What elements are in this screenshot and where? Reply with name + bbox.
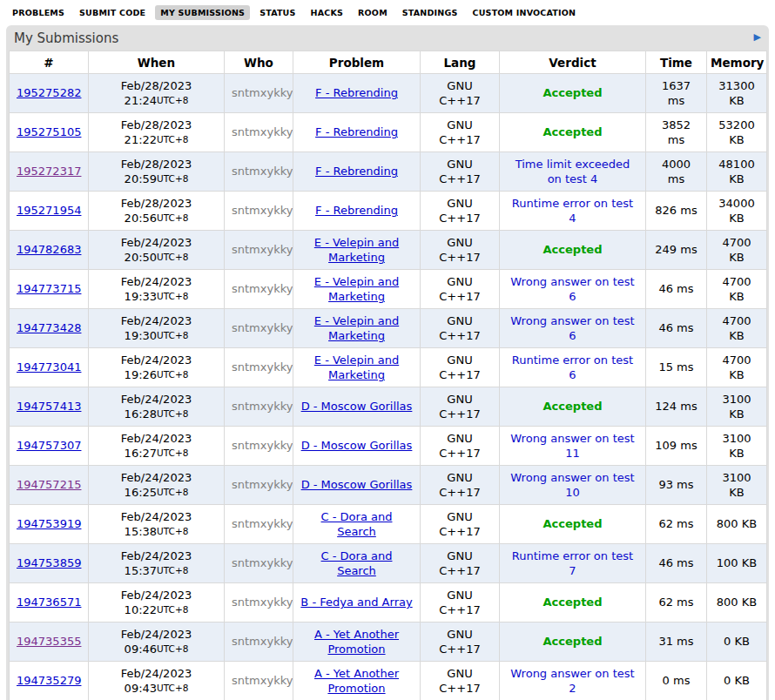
submission-id-link[interactable]: 195272317 [17,165,81,178]
problem-link[interactable]: F - Rebrending [315,86,398,99]
submission-id-link[interactable]: 194735355 [17,635,81,648]
problem-link[interactable]: B - Fedya and Array [300,596,412,609]
cell-problem: C - Dora and Search [293,544,421,583]
submission-id-link[interactable]: 194753919 [17,517,81,530]
submission-time: 09:43UTC+8 [96,681,217,696]
cell-verdict: Accepted [500,113,646,152]
user-handle-link[interactable]: sntmxykky [232,439,293,452]
table-row: 195275282 Feb/28/2023 21:24UTC+8 sntmxyk… [10,74,767,113]
cell-submission-id: 194782683 [10,231,89,270]
submission-id-link[interactable]: 194753859 [17,556,81,569]
submission-id-link[interactable]: 195275282 [17,86,81,99]
submission-id-link[interactable]: 194757215 [17,478,81,491]
cell-lang: GNU C++17 [421,623,500,662]
cell-who: sntmxykky [225,583,293,623]
submission-date: Feb/28/2023 [96,78,217,93]
user-handle-link[interactable]: sntmxykky [232,282,293,295]
submission-id-link[interactable]: 194773041 [17,360,81,374]
submission-id-link[interactable]: 195275105 [17,125,81,138]
user-handle-link[interactable]: sntmxykky [232,243,293,256]
cell-time: 62 ms [646,505,707,544]
cell-time: 31 ms [646,623,707,662]
problem-link[interactable]: C - Dora and Search [321,549,393,577]
problem-link[interactable]: F - Rebrending [315,125,398,138]
problem-link[interactable]: E - Velepin and Marketing [314,353,399,381]
cell-who: sntmxykky [225,662,293,700]
problem-link[interactable]: C - Dora and Search [321,510,393,538]
submission-time: 19:26UTC+8 [96,367,217,382]
cell-verdict: Wrong answer on test 6 [500,309,646,348]
problem-link[interactable]: D - Moscow Gorillas [301,478,413,491]
user-handle-link[interactable]: sntmxykky [232,635,293,648]
collapse-arrow-icon[interactable]: ▶ [754,32,761,42]
submission-time: 16:25UTC+8 [96,485,217,500]
verdict-label: Wrong answer on test 10 [510,471,634,499]
user-handle-link[interactable]: sntmxykky [232,360,293,374]
submission-date: Feb/24/2023 [96,470,217,485]
submission-date: Feb/24/2023 [96,666,217,681]
table-row: 194782683 Feb/24/2023 20:50UTC+8 sntmxyk… [10,231,767,270]
cell-problem: B - Fedya and Array [293,583,421,623]
submission-id-link[interactable]: 194757413 [17,400,81,413]
submission-date: Feb/24/2023 [96,235,217,250]
cell-time: 0 ms [646,662,707,700]
submission-time: 21:22UTC+8 [96,132,217,147]
cell-verdict: Accepted [500,387,646,427]
nav-item-room[interactable]: ROOM [353,5,393,20]
submissions-tbody: 195275282 Feb/28/2023 21:24UTC+8 sntmxyk… [10,74,767,700]
problem-link[interactable]: E - Velepin and Marketing [314,314,399,342]
language-label: GNU C++17 [437,313,482,343]
user-handle-link[interactable]: sntmxykky [232,556,293,569]
problem-link[interactable]: E - Velepin and Marketing [314,236,399,264]
nav-item-problems[interactable]: PROBLEMS [7,5,70,20]
problem-link[interactable]: F - Rebrending [315,204,398,217]
submission-id-link[interactable]: 194773428 [17,321,81,334]
user-handle-link[interactable]: sntmxykky [232,400,293,413]
submission-id-link[interactable]: 195271954 [17,204,81,217]
cell-submission-id: 195271954 [10,192,89,231]
submission-time: 10:22UTC+8 [96,602,217,617]
nav-item-standings[interactable]: STANDINGS [397,5,463,20]
cell-lang: GNU C++17 [421,544,500,583]
nav-item-hacks[interactable]: HACKS [306,5,348,20]
cell-time: 46 ms [646,309,707,348]
user-handle-link[interactable]: sntmxykky [232,596,293,609]
header-when: When [89,51,225,74]
panel-title: My Submissions [9,25,766,50]
nav-item-submit-code[interactable]: SUBMIT CODE [74,5,151,20]
user-handle-link[interactable]: sntmxykky [232,674,293,687]
nav-item-status[interactable]: STATUS [254,5,300,20]
exec-time-label: 4000 ms [662,158,691,185]
user-handle-link[interactable]: sntmxykky [232,86,293,99]
user-handle-link[interactable]: sntmxykky [232,321,293,334]
submission-id-link[interactable]: 194782683 [17,243,81,256]
problem-link[interactable]: A - Yet Another Promotion [314,628,399,656]
submission-id-link[interactable]: 194757307 [17,439,81,452]
verdict-label: Runtime error on test 6 [512,353,633,381]
submission-id-link[interactable]: 194735279 [17,674,81,687]
cell-submission-id: 194736571 [10,583,89,623]
submission-id-link[interactable]: 194773715 [17,282,81,295]
verdict-label: Accepted [543,125,603,138]
problem-link[interactable]: D - Moscow Gorillas [301,439,413,452]
user-handle-link[interactable]: sntmxykky [232,204,293,217]
memory-label: 53200 KB [718,118,754,146]
cell-verdict: Accepted [500,623,646,662]
memory-label: 34000 KB [718,197,754,225]
user-handle-link[interactable]: sntmxykky [232,165,293,178]
problem-link[interactable]: F - Rebrending [315,165,398,178]
user-handle-link[interactable]: sntmxykky [232,478,293,491]
submission-id-link[interactable]: 194736571 [17,596,81,609]
problem-link[interactable]: D - Moscow Gorillas [301,400,413,413]
language-label: GNU C++17 [437,353,482,382]
problem-link[interactable]: A - Yet Another Promotion [314,667,399,695]
user-handle-link[interactable]: sntmxykky [232,125,293,138]
cell-lang: GNU C++17 [421,113,500,152]
nav-item-my-submissions[interactable]: MY SUBMISSIONS [155,5,250,20]
problem-link[interactable]: E - Velepin and Marketing [314,275,399,303]
cell-submission-id: 194757215 [10,466,89,505]
nav-item-custom-invocation[interactable]: CUSTOM INVOCATION [468,5,582,20]
cell-lang: GNU C++17 [421,348,500,387]
user-handle-link[interactable]: sntmxykky [232,517,293,530]
submission-date: Feb/24/2023 [96,549,217,563]
